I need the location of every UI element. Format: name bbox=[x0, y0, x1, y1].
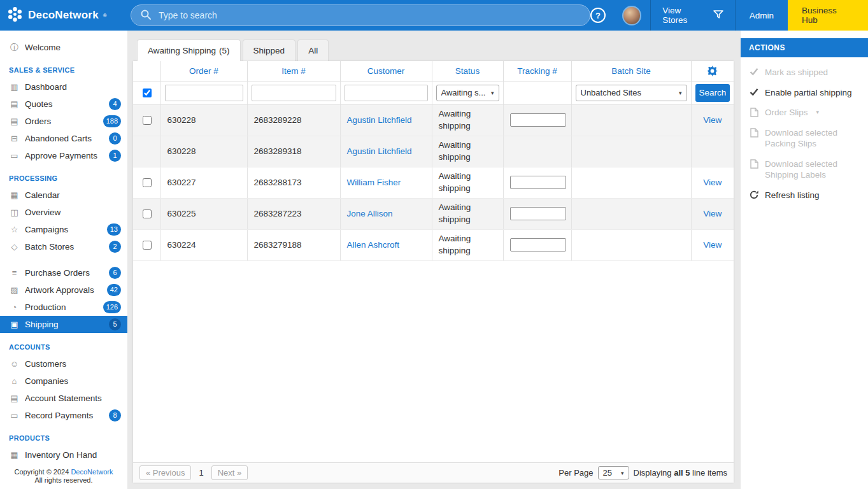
customer-filter-input[interactable] bbox=[345, 85, 428, 101]
previous-page-button[interactable]: « Previous bbox=[139, 465, 191, 480]
header-select-column bbox=[133, 61, 160, 81]
action-refresh-listing[interactable]: Refresh listing bbox=[741, 185, 868, 206]
customer-link[interactable]: Agustin Litchfield bbox=[347, 115, 412, 125]
filter-row: Awaiting s... ▾ Unbatched Sites ▾ Search bbox=[133, 81, 734, 104]
row-checkbox[interactable] bbox=[143, 209, 152, 218]
batch-site-filter-select[interactable]: Unbatched Sites ▾ bbox=[576, 85, 687, 101]
order-filter-input[interactable] bbox=[165, 85, 243, 101]
actions-panel: ACTIONS Mark as shipped Enable partial s… bbox=[741, 31, 868, 489]
item-filter-input[interactable] bbox=[252, 85, 336, 101]
sidebar-item-overview[interactable]: ◫ Overview bbox=[0, 204, 127, 221]
count-badge: 6 bbox=[109, 267, 121, 279]
status-text: Awaiting shipping bbox=[432, 198, 503, 229]
chevron-down-icon: ▾ bbox=[816, 109, 820, 117]
tab-awaiting-shipping[interactable]: Awaiting Shipping (5) bbox=[137, 39, 241, 61]
status-text: Awaiting shipping bbox=[432, 167, 503, 198]
action-order-slips[interactable]: Order Slips ▾ bbox=[741, 103, 868, 123]
search-button[interactable]: Search bbox=[695, 84, 730, 102]
per-page-select[interactable]: 25 ▾ bbox=[598, 466, 629, 479]
batch-site-cell bbox=[571, 104, 691, 136]
sidebar-item-account-statements[interactable]: ▤ Account Statements bbox=[0, 390, 127, 407]
column-settings-button[interactable] bbox=[691, 61, 734, 81]
tracking-input[interactable] bbox=[510, 176, 566, 189]
column-header-order[interactable]: Order # bbox=[160, 61, 247, 81]
sidebar-item-production[interactable]: ◔ Production 126 bbox=[0, 299, 127, 316]
sidebar-item-customers[interactable]: ☺ Customers bbox=[0, 355, 127, 372]
tab-shipped[interactable]: Shipped bbox=[243, 39, 296, 61]
section-title-sales-service: SALES & SERVICE bbox=[0, 56, 127, 78]
view-link[interactable]: View bbox=[703, 209, 722, 218]
sidebar-item-approve-payments[interactable]: ▭ Approve Payments 1 bbox=[0, 147, 127, 164]
tracking-input[interactable] bbox=[510, 113, 566, 127]
column-header-batch-site[interactable]: Batch Site bbox=[571, 61, 691, 81]
sidebar-item-welcome[interactable]: ⓘ Welcome bbox=[0, 39, 127, 56]
action-download-shipping-labels[interactable]: Download selected Shipping Labels bbox=[741, 154, 868, 185]
sidebar-item-artwork-approvals[interactable]: ▨ Artwork Approvals 42 bbox=[0, 281, 127, 299]
sidebar-item-campaigns[interactable]: ☆ Campaigns 13 bbox=[0, 221, 127, 238]
global-search[interactable] bbox=[131, 4, 590, 26]
admin-button[interactable]: Admin bbox=[736, 0, 788, 31]
status-filter-select[interactable]: Awaiting s... ▾ bbox=[436, 85, 499, 101]
count-badge: 2 bbox=[109, 241, 121, 253]
copyright: Copyright © 2024 DecoNetwork All rights … bbox=[0, 468, 127, 486]
table-row: 630224 2683279188 Allen Ashcroft Awaitin… bbox=[133, 229, 734, 260]
sidebar-item-dashboard[interactable]: ▥ Dashboard bbox=[0, 78, 127, 96]
next-page-button[interactable]: Next » bbox=[211, 465, 248, 480]
brand[interactable]: DecoNetwork® bbox=[0, 6, 127, 25]
tracking-input[interactable] bbox=[510, 238, 566, 252]
check-icon bbox=[749, 87, 759, 96]
action-enable-partial-shipping[interactable]: Enable partial shipping bbox=[741, 83, 868, 103]
batch-site-cell bbox=[571, 229, 691, 260]
order-number: 630228 bbox=[160, 136, 247, 167]
sidebar-item-quotes[interactable]: ▤ Quotes 4 bbox=[0, 96, 127, 113]
status-text: Awaiting shipping bbox=[432, 229, 503, 260]
column-header-tracking[interactable]: Tracking # bbox=[503, 61, 571, 81]
table-row: 630227 2683288173 William Fisher Awaitin… bbox=[133, 167, 734, 198]
select-all-checkbox[interactable] bbox=[143, 89, 152, 97]
view-link[interactable]: View bbox=[703, 178, 722, 187]
building-icon: ⌂ bbox=[9, 376, 20, 386]
view-link[interactable]: View bbox=[703, 115, 722, 125]
help-icon[interactable]: ? bbox=[590, 8, 606, 23]
batch-site-cell bbox=[571, 198, 691, 229]
sidebar-item-calendar[interactable]: ▦ Calendar bbox=[0, 187, 127, 204]
tab-all[interactable]: All bbox=[297, 39, 329, 61]
customer-link[interactable]: Allen Ashcroft bbox=[347, 240, 400, 250]
customer-link[interactable]: Agustin Litchfield bbox=[347, 146, 412, 156]
main-content: Awaiting Shipping (5) Shipped All Order … bbox=[127, 31, 741, 489]
avatar[interactable] bbox=[622, 6, 642, 25]
column-header-customer[interactable]: Customer bbox=[340, 61, 432, 81]
customer-link[interactable]: Jone Allison bbox=[347, 209, 393, 218]
sidebar-item-purchase-orders[interactable]: ≡ Purchase Orders 6 bbox=[0, 264, 127, 281]
customer-link[interactable]: William Fisher bbox=[347, 178, 401, 187]
column-header-status[interactable]: Status bbox=[432, 61, 503, 81]
deconetwork-link[interactable]: DecoNetwork bbox=[71, 468, 113, 476]
search-icon bbox=[140, 9, 152, 22]
inventory-icon: ▦ bbox=[9, 450, 20, 460]
column-header-item[interactable]: Item # bbox=[247, 61, 340, 81]
row-checkbox[interactable] bbox=[143, 241, 152, 250]
row-checkbox[interactable] bbox=[143, 116, 152, 125]
sidebar-item-abandoned-carts[interactable]: ⊟ Abandoned Carts 0 bbox=[0, 130, 127, 147]
search-input[interactable] bbox=[157, 10, 581, 21]
action-download-packing-slips[interactable]: Download selected Packing Slips bbox=[741, 123, 868, 154]
deconetwork-logo-icon bbox=[6, 6, 24, 25]
sidebar-item-companies[interactable]: ⌂ Companies bbox=[0, 372, 127, 390]
business-hub-button[interactable]: Business Hub bbox=[788, 0, 868, 31]
sidebar-item-inventory-on-hand[interactable]: ▦ Inventory On Hand bbox=[0, 446, 127, 464]
item-number: 2683289228 bbox=[247, 104, 340, 136]
sidebar-item-orders[interactable]: ▤ Orders 188 bbox=[0, 113, 127, 130]
row-checkbox[interactable] bbox=[143, 178, 152, 187]
sidebar-item-shipping[interactable]: ▣ Shipping 5 bbox=[0, 316, 127, 333]
document-icon bbox=[749, 159, 759, 169]
batch-site-cell bbox=[571, 167, 691, 198]
section-title-accounts: ACCOUNTS bbox=[0, 333, 127, 355]
brand-name: DecoNetwork bbox=[28, 9, 99, 22]
batch-stores-icon: ◇ bbox=[9, 242, 20, 252]
view-stores-button[interactable]: View Stores bbox=[651, 0, 734, 31]
view-link[interactable]: View bbox=[703, 240, 722, 250]
sidebar-item-record-payments[interactable]: ▭ Record Payments 8 bbox=[0, 407, 127, 424]
tracking-input[interactable] bbox=[510, 207, 566, 220]
sidebar-item-batch-stores[interactable]: ◇ Batch Stores 2 bbox=[0, 238, 127, 255]
action-mark-as-shipped[interactable]: Mark as shipped bbox=[741, 62, 868, 83]
